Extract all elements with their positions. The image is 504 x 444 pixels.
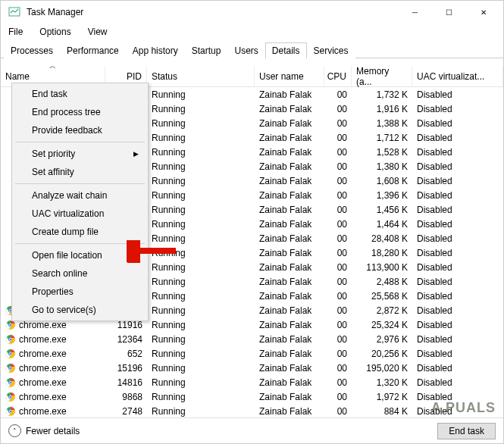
header-uac[interactable]: UAC virtualizat... <box>412 66 503 86</box>
menu-item-end-task[interactable]: End task <box>14 85 146 103</box>
cell-memory: 1,456 K <box>352 205 412 215</box>
cell-name: chrome.exe <box>1 392 105 402</box>
cell-status: Running <box>147 176 255 186</box>
cell-uac: Disabled <box>412 118 503 129</box>
table-row[interactable]: chrome.exe652RunningZainab Falak0020,256… <box>1 346 503 361</box>
watermark: A PUALS <box>431 400 496 416</box>
cell-uac: Disabled <box>412 377 503 388</box>
menu-item-properties[interactable]: Properties <box>14 283 146 301</box>
cell-user: Zainab Falak <box>255 406 324 417</box>
menu-item-set-priority[interactable]: Set priority▶ <box>14 145 146 163</box>
cell-uac: Disabled <box>412 89 503 100</box>
cell-cpu: 00 <box>324 334 352 345</box>
cell-user: Zainab Falak <box>255 161 324 172</box>
tab-details[interactable]: Details <box>265 42 307 58</box>
cell-uac: Disabled <box>412 363 503 374</box>
cell-user: Zainab Falak <box>255 190 324 201</box>
cell-cpu: 00 <box>324 406 352 417</box>
cell-user: Zainab Falak <box>255 349 324 359</box>
cell-user: Zainab Falak <box>255 392 324 402</box>
menu-item-end-process-tree[interactable]: End process tree <box>14 103 146 121</box>
cell-uac: Disabled <box>412 161 503 172</box>
menu-file[interactable]: File <box>5 25 26 39</box>
cell-name: chrome.exe <box>1 349 105 359</box>
menu-item-uac-virtualization[interactable]: UAC virtualization <box>14 205 146 223</box>
menu-item-search-online[interactable]: Search online <box>14 264 146 283</box>
cell-cpu: 00 <box>324 205 352 215</box>
header-memory[interactable]: Memory (a... <box>352 66 412 86</box>
window-controls: ─ ☐ ✕ <box>398 1 500 23</box>
menu-view[interactable]: View <box>85 25 111 39</box>
cell-status: Running <box>147 89 255 100</box>
cell-status: Running <box>147 377 255 388</box>
cell-cpu: 00 <box>324 89 352 100</box>
svg-point-8 <box>10 324 12 326</box>
cell-user: Zainab Falak <box>255 320 324 330</box>
cell-user: Zainab Falak <box>255 89 324 100</box>
tab-processes[interactable]: Processes <box>4 42 60 58</box>
cell-user: Zainab Falak <box>255 305 324 316</box>
cell-memory: 1,464 K <box>352 219 412 230</box>
cell-memory: 20,256 K <box>352 349 412 359</box>
header-user[interactable]: User name <box>255 66 324 86</box>
cell-status: Running <box>147 147 255 158</box>
table-row[interactable]: chrome.exe12364RunningZainab Falak002,97… <box>1 332 503 346</box>
cell-cpu: 00 <box>324 377 352 388</box>
cell-uac: Disabled <box>412 349 503 359</box>
end-task-button[interactable]: End task <box>437 423 496 439</box>
minimize-button[interactable]: ─ <box>398 1 432 23</box>
cell-status: Running <box>147 262 255 273</box>
maximize-button[interactable]: ☐ <box>432 1 466 23</box>
cell-cpu: 00 <box>324 277 352 287</box>
tab-performance[interactable]: Performance <box>60 42 126 58</box>
header-status[interactable]: Status <box>147 66 255 86</box>
cell-user: Zainab Falak <box>255 277 324 287</box>
menu-item-set-affinity[interactable]: Set affinity <box>14 163 146 181</box>
cell-user: Zainab Falak <box>255 291 324 302</box>
cell-user: Zainab Falak <box>255 205 324 215</box>
menu-item-provide-feedback[interactable]: Provide feedback <box>14 121 146 139</box>
menu-item-go-to-service-s-[interactable]: Go to service(s) <box>14 301 146 319</box>
tab-users[interactable]: Users <box>227 42 265 58</box>
cell-memory: 1,380 K <box>352 161 412 172</box>
svg-point-28 <box>10 396 12 398</box>
cell-uac: Disabled <box>412 147 503 158</box>
menu-separator <box>15 142 145 142</box>
window-title: Task Manager <box>25 7 398 17</box>
cell-status: Running <box>147 161 255 172</box>
menu-item-analyze-wait-chain[interactable]: Analyze wait chain <box>14 186 146 205</box>
cell-memory: 1,396 K <box>352 190 412 201</box>
cell-cpu: 00 <box>324 176 352 186</box>
table-row[interactable]: chrome.exe15196RunningZainab Falak00195,… <box>1 361 503 375</box>
cell-status: Running <box>147 248 255 258</box>
cell-memory: 1,712 K <box>352 133 412 143</box>
close-button[interactable]: ✕ <box>466 1 500 23</box>
menu-item-open-file-location[interactable]: Open file location <box>14 246 146 264</box>
cell-memory: 18,280 K <box>352 248 412 258</box>
cell-uac: Disabled <box>412 262 503 273</box>
fewer-details-button[interactable]: ˄ Fewer details <box>8 424 80 437</box>
cell-user: Zainab Falak <box>255 377 324 388</box>
cell-status: Running <box>147 334 255 345</box>
menu-item-create-dump-file[interactable]: Create dump file <box>14 223 146 241</box>
cell-cpu: 00 <box>324 392 352 402</box>
header-cpu[interactable]: CPU <box>324 66 352 86</box>
svg-point-24 <box>10 381 12 383</box>
table-row[interactable]: chrome.exe9868RunningZainab Falak001,972… <box>1 389 503 404</box>
table-row[interactable]: chrome.exe2748RunningZainab Falak00884 K… <box>1 404 503 418</box>
menu-options[interactable]: Options <box>36 25 74 39</box>
table-row[interactable]: chrome.exe14816RunningZainab Falak001,32… <box>1 375 503 389</box>
cell-memory: 2,872 K <box>352 305 412 316</box>
cell-name: chrome.exe <box>1 377 105 388</box>
cell-user: Zainab Falak <box>255 262 324 273</box>
cell-user: Zainab Falak <box>255 104 324 114</box>
tab-startup[interactable]: Startup <box>185 42 228 58</box>
tab-app-history[interactable]: App history <box>126 42 185 58</box>
cell-status: Running <box>147 349 255 359</box>
cell-uac: Disabled <box>412 305 503 316</box>
cell-cpu: 00 <box>324 262 352 273</box>
tab-services[interactable]: Services <box>307 42 355 58</box>
app-icon <box>8 6 20 18</box>
cell-uac: Disabled <box>412 277 503 287</box>
cell-status: Running <box>147 133 255 143</box>
